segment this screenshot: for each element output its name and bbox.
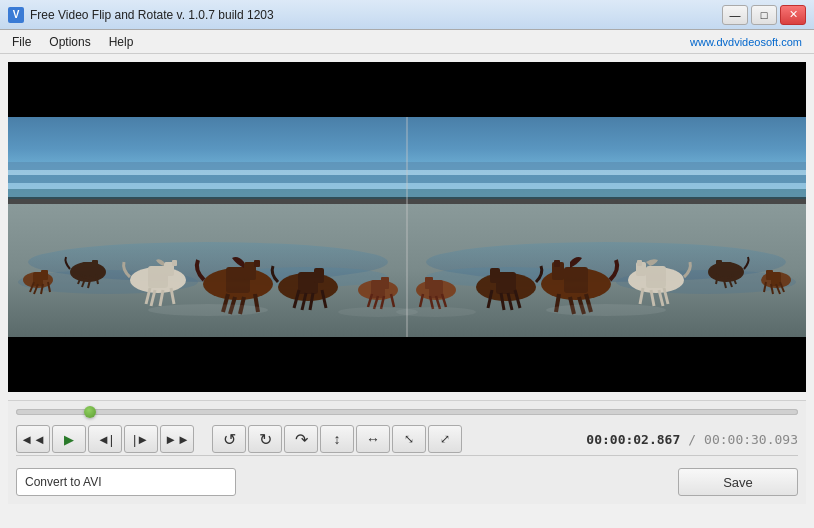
svg-rect-7 bbox=[8, 175, 407, 183]
svg-rect-8 bbox=[8, 183, 407, 189]
svg-rect-43 bbox=[254, 260, 260, 267]
menu-help[interactable]: Help bbox=[101, 33, 142, 51]
progress-row bbox=[8, 405, 806, 423]
go-start-button[interactable]: ◄| bbox=[88, 425, 122, 453]
svg-rect-64 bbox=[381, 277, 389, 289]
svg-rect-94 bbox=[766, 270, 773, 280]
title-bar: V Free Video Flip and Rotate v. 1.0.7 bu… bbox=[0, 0, 814, 30]
svg-rect-85 bbox=[564, 267, 588, 293]
progress-slider[interactable] bbox=[16, 409, 798, 415]
menu-options[interactable]: Options bbox=[41, 33, 98, 51]
svg-rect-71 bbox=[716, 260, 722, 268]
flip-horizontal-button[interactable]: ↔ bbox=[356, 425, 390, 453]
go-end-button[interactable]: |► bbox=[124, 425, 158, 453]
menu-items: File Options Help bbox=[4, 33, 141, 51]
rewind-button[interactable]: ◄◄ bbox=[16, 425, 50, 453]
svg-rect-5 bbox=[8, 162, 407, 170]
svg-rect-6 bbox=[8, 170, 407, 175]
svg-rect-14 bbox=[407, 183, 806, 189]
svg-point-114 bbox=[546, 304, 666, 316]
svg-rect-1 bbox=[8, 62, 806, 117]
svg-rect-16 bbox=[407, 199, 806, 204]
save-button-label: Save bbox=[723, 475, 753, 490]
svg-rect-9 bbox=[8, 189, 407, 199]
play-button[interactable]: ▶ bbox=[52, 425, 86, 453]
svg-rect-27 bbox=[92, 260, 98, 268]
svg-rect-87 bbox=[554, 260, 560, 267]
progress-thumb[interactable] bbox=[84, 406, 96, 418]
save-button[interactable]: Save bbox=[678, 468, 798, 496]
reset-button[interactable]: ⤢ bbox=[428, 425, 462, 453]
maximize-button[interactable]: □ bbox=[751, 5, 777, 25]
convert-to-select[interactable]: Convert to AVI Convert to MP4 Convert to… bbox=[16, 468, 236, 496]
transport-row: ◄◄ ▶ ◄| |► ►► ↺ ↻ ↷ ↕ ↔ ⤡ ⤢ bbox=[8, 423, 806, 455]
menu-bar: File Options Help www.dvdvideosoft.com bbox=[0, 30, 814, 54]
transport-controls: ◄◄ ▶ ◄| |► ►► bbox=[16, 425, 194, 453]
svg-rect-79 bbox=[637, 260, 642, 266]
svg-rect-57 bbox=[314, 268, 324, 283]
svg-rect-15 bbox=[407, 189, 806, 199]
progress-track bbox=[16, 409, 798, 415]
app-icon: V bbox=[8, 7, 24, 23]
window-controls: — □ ✕ bbox=[722, 5, 806, 25]
svg-point-116 bbox=[396, 307, 476, 317]
svg-rect-50 bbox=[41, 270, 48, 280]
crop-button[interactable]: ⤡ bbox=[392, 425, 426, 453]
svg-rect-10 bbox=[8, 199, 407, 204]
svg-rect-77 bbox=[646, 266, 666, 288]
svg-rect-35 bbox=[172, 260, 177, 266]
rotate-180-button[interactable]: ↷ bbox=[284, 425, 318, 453]
main-content: ◄◄ ▶ ◄| |► ►► ↺ ↻ ↷ ↕ ↔ ⤡ ⤢ bbox=[0, 54, 814, 512]
bottom-bar: Convert to AVI Convert to MP4 Convert to… bbox=[8, 460, 806, 504]
transform-controls: ↺ ↻ ↷ ↕ ↔ ⤡ ⤢ bbox=[212, 425, 462, 453]
separator bbox=[16, 455, 798, 456]
svg-point-113 bbox=[148, 304, 268, 316]
rotate-ccw-button[interactable]: ↺ bbox=[212, 425, 246, 453]
rotate-cw-button[interactable]: ↻ bbox=[248, 425, 282, 453]
svg-rect-101 bbox=[490, 268, 500, 283]
current-time: 00:00:02.867 bbox=[586, 432, 680, 447]
website-link[interactable]: www.dvdvideosoft.com bbox=[690, 36, 810, 48]
forward-button[interactable]: ►► bbox=[160, 425, 194, 453]
minimize-button[interactable]: — bbox=[722, 5, 748, 25]
video-frame-svg bbox=[8, 62, 806, 392]
total-time: 00:00:30.093 bbox=[704, 432, 798, 447]
time-separator: / bbox=[684, 432, 700, 447]
title-text: Free Video Flip and Rotate v. 1.0.7 buil… bbox=[30, 8, 274, 22]
svg-rect-2 bbox=[8, 337, 806, 392]
svg-rect-13 bbox=[407, 175, 806, 183]
controls-outer: ◄◄ ▶ ◄| |► ►► ↺ ↻ ↷ ↕ ↔ ⤡ ⤢ bbox=[8, 400, 806, 504]
svg-rect-12 bbox=[407, 170, 806, 175]
close-button[interactable]: ✕ bbox=[780, 5, 806, 25]
title-bar-left: V Free Video Flip and Rotate v. 1.0.7 bu… bbox=[8, 7, 274, 23]
video-preview bbox=[8, 62, 806, 392]
convert-dropdown-wrapper[interactable]: Convert to AVI Convert to MP4 Convert to… bbox=[16, 468, 236, 496]
flip-vertical-button[interactable]: ↕ bbox=[320, 425, 354, 453]
svg-rect-108 bbox=[425, 277, 433, 289]
time-display: 00:00:02.867 / 00:00:30.093 bbox=[586, 432, 798, 447]
svg-rect-11 bbox=[407, 162, 806, 170]
menu-file[interactable]: File bbox=[4, 33, 39, 51]
